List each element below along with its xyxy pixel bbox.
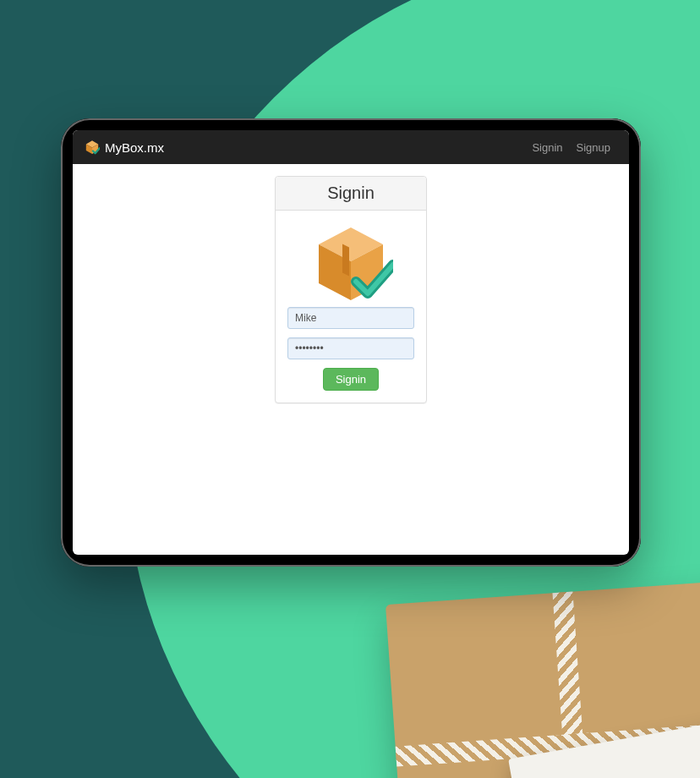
brand-name: MyBox.mx xyxy=(105,140,164,155)
tablet-frame: MyBox.mx Signin Signup Signin xyxy=(61,118,641,567)
svg-rect-7 xyxy=(342,244,349,277)
box-check-icon xyxy=(309,222,393,299)
brand[interactable]: MyBox.mx xyxy=(85,140,164,155)
signin-button[interactable]: Signin xyxy=(323,368,379,391)
password-input[interactable] xyxy=(287,337,414,359)
nav-signin-link[interactable]: Signin xyxy=(525,141,569,154)
panel-title: Signin xyxy=(276,177,426,211)
nav-signup-link[interactable]: Signup xyxy=(570,141,617,154)
navbar: MyBox.mx Signin Signup xyxy=(73,130,629,164)
username-input[interactable] xyxy=(287,307,414,329)
app-screen: MyBox.mx Signin Signup Signin xyxy=(73,130,629,555)
signin-panel: Signin S xyxy=(275,176,427,403)
box-check-icon xyxy=(85,140,100,155)
